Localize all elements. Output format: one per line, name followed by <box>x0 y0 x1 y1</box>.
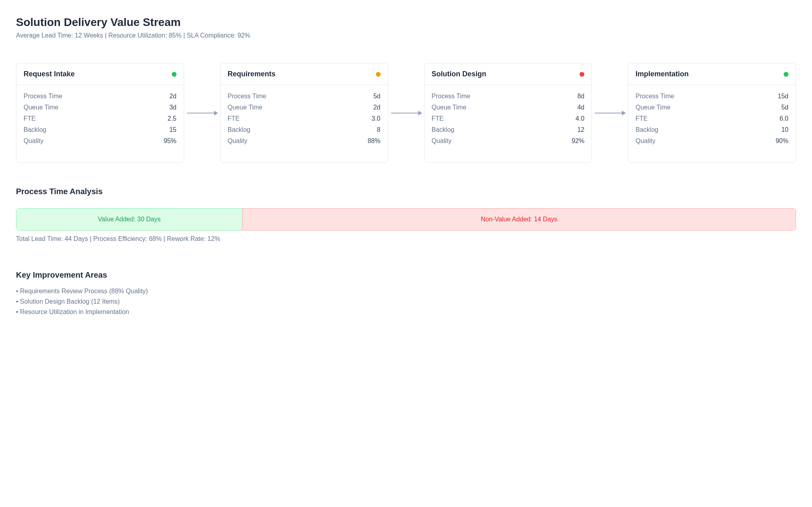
metric-row: Process Time2d <box>24 91 177 102</box>
improvement-item: Solution Design Backlog (12 Items) <box>16 296 796 307</box>
metric-value: 8 <box>377 126 381 133</box>
metric-value: 2d <box>373 104 381 111</box>
metric-label: FTE <box>635 115 647 122</box>
metric-row: Quality88% <box>228 135 381 147</box>
metric-value: 5d <box>373 93 381 100</box>
metric-label: Process Time <box>432 93 471 100</box>
svg-marker-5 <box>622 111 626 115</box>
stage-body: Process Time8dQueue Time4dFTE4.0Backlog1… <box>425 85 592 163</box>
metric-label: Quality <box>635 137 655 145</box>
metric-label: Backlog <box>635 126 658 133</box>
metric-row: Backlog15 <box>24 124 177 135</box>
metric-value: 3.0 <box>371 115 380 122</box>
metric-row: Backlog12 <box>432 124 585 135</box>
metric-label: Backlog <box>432 126 455 133</box>
metric-row: Queue Time4d <box>432 102 585 113</box>
metric-label: FTE <box>228 115 240 122</box>
status-dot-icon <box>784 72 788 77</box>
timeline-non-value-added: Non-Value Added: 14 Days <box>242 208 796 231</box>
metric-label: Quality <box>432 137 452 145</box>
stage-title: Implementation <box>635 70 689 78</box>
process-timeline: Value Added: 30 Days Non-Value Added: 14… <box>16 208 796 231</box>
metric-label: Queue Time <box>432 104 467 111</box>
metric-row: Quality95% <box>24 135 177 147</box>
section-title-process-time: Process Time Analysis <box>16 187 796 196</box>
stage-title: Requirements <box>228 70 276 78</box>
metric-row: Process Time15d <box>635 91 788 102</box>
arrow-right-icon <box>388 63 424 163</box>
metric-row: Queue Time3d <box>24 102 177 113</box>
metric-label: Process Time <box>228 93 266 100</box>
arrow-right-icon <box>592 63 628 163</box>
metric-label: Process Time <box>635 93 674 100</box>
page-title: Solution Delivery Value Stream <box>16 16 796 29</box>
metric-value: 10 <box>781 126 788 133</box>
metric-label: FTE <box>432 115 444 122</box>
metric-row: FTE2.5 <box>24 113 177 124</box>
metric-value: 5d <box>781 104 788 111</box>
stage-header: Request Intake <box>16 64 184 85</box>
stage-card: RequirementsProcess Time5dQueue Time2dFT… <box>220 63 388 163</box>
metric-label: FTE <box>24 115 36 122</box>
metric-row: Backlog10 <box>635 124 788 135</box>
metric-value: 8d <box>577 93 584 100</box>
metric-value: 2d <box>169 93 177 100</box>
stage-header: Requirements <box>220 64 388 85</box>
timeline-summary: Total Lead Time: 44 Days | Process Effic… <box>16 235 796 243</box>
metric-row: Process Time5d <box>228 91 381 102</box>
status-dot-icon <box>580 72 584 77</box>
metric-label: Process Time <box>24 93 62 100</box>
page-subheader: Average Lead Time: 12 Weeks | Resource U… <box>16 32 796 39</box>
metric-label: Backlog <box>24 126 46 133</box>
metric-label: Queue Time <box>228 104 262 111</box>
stage-header: Implementation <box>628 64 796 85</box>
metric-value: 4d <box>577 104 584 111</box>
stage-card: Request IntakeProcess Time2dQueue Time3d… <box>16 63 184 163</box>
metric-value: 90% <box>776 137 788 145</box>
metric-row: Backlog8 <box>228 124 381 135</box>
metric-value: 92% <box>572 137 584 145</box>
timeline-value-added: Value Added: 30 Days <box>16 208 242 231</box>
metric-label: Quality <box>24 137 44 145</box>
metric-row: Queue Time2d <box>228 102 381 113</box>
stage-title: Solution Design <box>432 70 486 78</box>
stage-body: Process Time5dQueue Time2dFTE3.0Backlog8… <box>220 85 388 163</box>
metric-row: FTE3.0 <box>228 113 381 124</box>
improvement-list: Requirements Review Process (88% Quality… <box>16 286 796 317</box>
stage-card: Solution DesignProcess Time8dQueue Time4… <box>424 63 592 163</box>
value-stream-row: Request IntakeProcess Time2dQueue Time3d… <box>16 63 796 163</box>
metric-value: 3d <box>169 104 177 111</box>
metric-value: 15d <box>778 93 788 100</box>
metric-label: Queue Time <box>24 104 58 111</box>
stage-card: ImplementationProcess Time15dQueue Time5… <box>628 63 796 163</box>
svg-marker-3 <box>418 111 422 115</box>
stage-body: Process Time15dQueue Time5dFTE6.0Backlog… <box>628 85 796 163</box>
metric-value: 4.0 <box>576 115 584 122</box>
stage-body: Process Time2dQueue Time3dFTE2.5Backlog1… <box>16 85 184 163</box>
metric-row: Quality92% <box>432 135 585 147</box>
arrow-right-icon <box>184 63 220 163</box>
metric-row: FTE4.0 <box>432 113 585 124</box>
metric-value: 12 <box>577 126 584 133</box>
metric-row: Queue Time5d <box>635 102 788 113</box>
svg-marker-1 <box>214 111 218 115</box>
metric-value: 95% <box>164 137 177 145</box>
stage-title: Request Intake <box>24 70 75 78</box>
metric-row: FTE6.0 <box>635 113 788 124</box>
metric-value: 15 <box>169 126 177 133</box>
metric-label: Quality <box>228 137 248 145</box>
metric-label: Backlog <box>228 126 250 133</box>
stage-header: Solution Design <box>425 64 592 85</box>
section-title-improvements: Key Improvement Areas <box>16 270 796 280</box>
metric-value: 88% <box>367 137 380 145</box>
metric-value: 6.0 <box>780 115 788 122</box>
metric-label: Queue Time <box>635 104 670 111</box>
status-dot-icon <box>376 72 381 77</box>
improvement-item: Requirements Review Process (88% Quality… <box>16 286 796 296</box>
improvement-item: Resource Utilization in Implementation <box>16 307 796 317</box>
metric-row: Quality90% <box>635 135 788 147</box>
metric-value: 2.5 <box>168 115 177 122</box>
metric-row: Process Time8d <box>432 91 585 102</box>
status-dot-icon <box>172 72 177 77</box>
